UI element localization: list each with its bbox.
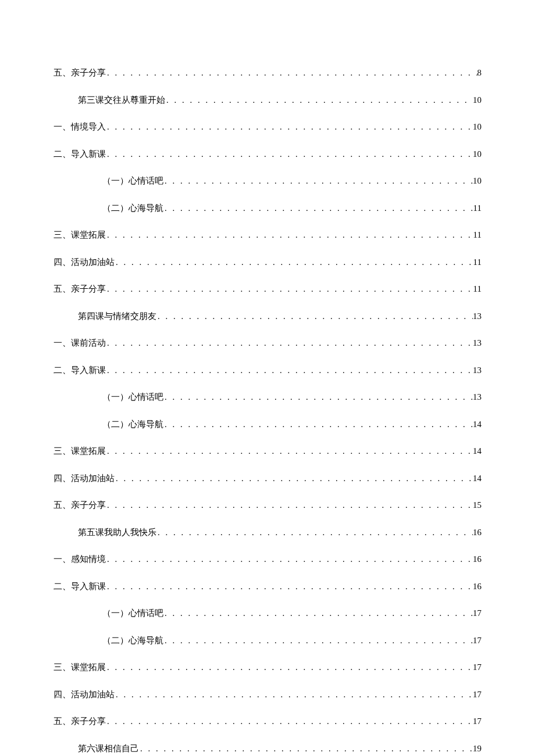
toc-entry-page: 16 bbox=[473, 581, 482, 593]
toc-entry-label: 二、导入新课 bbox=[54, 581, 106, 593]
toc-entry: 第六课相信自己. . . . . . . . . . . . . . . . .… bbox=[54, 743, 482, 755]
toc-entry-page: 14 bbox=[473, 445, 482, 457]
toc-entry-label: 五、亲子分享 bbox=[54, 715, 106, 728]
toc-entry-page: 17 bbox=[473, 715, 482, 728]
toc-entry: 二、导入新课. . . . . . . . . . . . . . . . . … bbox=[54, 581, 482, 593]
toc-entry: 二、导入新课. . . . . . . . . . . . . . . . . … bbox=[54, 364, 482, 377]
toc-entry: （一）心情话吧. . . . . . . . . . . . . . . . .… bbox=[54, 175, 482, 187]
toc-leader-dots: . . . . . . . . . . . . . . . . . . . . … bbox=[106, 364, 473, 377]
toc-leader-dots: . . . . . . . . . . . . . . . . . . . . … bbox=[139, 743, 473, 755]
toc-entry-label: 五、亲子分享 bbox=[54, 67, 106, 79]
toc-leader-dots: . . . . . . . . . . . . . . . . . . . . … bbox=[106, 67, 477, 79]
toc-leader-dots: . . . . . . . . . . . . . . . . . . . . … bbox=[106, 283, 473, 295]
toc-entry: 第四课与情绪交朋友. . . . . . . . . . . . . . . .… bbox=[54, 310, 482, 323]
toc-entry-page: 11 bbox=[473, 256, 482, 268]
toc-entry: （二）心海导航. . . . . . . . . . . . . . . . .… bbox=[54, 418, 482, 431]
toc-entry-label: （二）心海导航 bbox=[102, 202, 163, 214]
table-of-contents: 五、亲子分享. . . . . . . . . . . . . . . . . … bbox=[54, 67, 482, 756]
toc-entry: 第三课交往从尊重开始. . . . . . . . . . . . . . . … bbox=[54, 94, 482, 106]
toc-entry: 五、亲子分享. . . . . . . . . . . . . . . . . … bbox=[54, 715, 482, 728]
toc-entry: 二、导入新课. . . . . . . . . . . . . . . . . … bbox=[54, 148, 482, 160]
toc-entry-label: （二）心海导航 bbox=[102, 418, 163, 431]
toc-entry-page: 13 bbox=[473, 391, 482, 403]
toc-entry-page: 19 bbox=[473, 743, 482, 755]
toc-entry-page: 17 bbox=[473, 607, 482, 619]
toc-leader-dots: . . . . . . . . . . . . . . . . . . . . … bbox=[106, 445, 473, 457]
toc-entry-page: 17 bbox=[473, 689, 482, 701]
toc-entry-page: 10 bbox=[473, 121, 482, 133]
toc-entry: 五、亲子分享. . . . . . . . . . . . . . . . . … bbox=[54, 67, 482, 79]
toc-entry-label: （二）心海导航 bbox=[102, 635, 163, 647]
toc-entry-label: 一、情境导入 bbox=[54, 121, 106, 133]
toc-entry-page: 17 bbox=[473, 661, 482, 673]
toc-entry-label: （一）心情话吧 bbox=[102, 391, 163, 403]
toc-entry-page: 17 bbox=[473, 635, 482, 647]
toc-entry: 一、感知情境. . . . . . . . . . . . . . . . . … bbox=[54, 553, 482, 565]
toc-leader-dots: . . . . . . . . . . . . . . . . . . . . … bbox=[106, 337, 473, 349]
toc-entry-page: 15 bbox=[473, 499, 482, 511]
toc-entry-label: 四、活动加油站 bbox=[54, 472, 115, 485]
toc-entry: （一）心情话吧. . . . . . . . . . . . . . . . .… bbox=[54, 607, 482, 619]
toc-leader-dots: . . . . . . . . . . . . . . . . . . . . … bbox=[163, 202, 473, 214]
toc-entry-label: 第三课交往从尊重开始 bbox=[78, 94, 165, 106]
toc-entry-page: 13 bbox=[473, 310, 482, 323]
toc-entry-label: 二、导入新课 bbox=[54, 364, 106, 377]
toc-entry-label: （一）心情话吧 bbox=[102, 607, 163, 619]
toc-entry-page: 16 bbox=[473, 553, 482, 565]
toc-entry: 第五课我助人我快乐. . . . . . . . . . . . . . . .… bbox=[54, 526, 482, 539]
toc-leader-dots: . . . . . . . . . . . . . . . . . . . . … bbox=[156, 310, 473, 323]
toc-entry: 一、课前活动. . . . . . . . . . . . . . . . . … bbox=[54, 337, 482, 349]
toc-entry-page: 10 bbox=[473, 175, 482, 187]
toc-leader-dots: . . . . . . . . . . . . . . . . . . . . … bbox=[163, 635, 473, 647]
toc-leader-dots: . . . . . . . . . . . . . . . . . . . . … bbox=[106, 148, 473, 160]
toc-leader-dots: . . . . . . . . . . . . . . . . . . . . … bbox=[106, 499, 473, 511]
toc-entry: 四、活动加油站. . . . . . . . . . . . . . . . .… bbox=[54, 689, 482, 701]
toc-entry-label: 二、导入新课 bbox=[54, 148, 106, 160]
toc-entry-label: 第四课与情绪交朋友 bbox=[78, 310, 156, 323]
toc-entry: 一、情境导入. . . . . . . . . . . . . . . . . … bbox=[54, 121, 482, 133]
toc-entry: 五、亲子分享. . . . . . . . . . . . . . . . . … bbox=[54, 499, 482, 511]
toc-entry-label: （一）心情话吧 bbox=[102, 175, 163, 187]
toc-entry-page: 10 bbox=[473, 148, 482, 160]
toc-entry: （二）心海导航. . . . . . . . . . . . . . . . .… bbox=[54, 635, 482, 647]
toc-leader-dots: . . . . . . . . . . . . . . . . . . . . … bbox=[163, 418, 473, 431]
toc-entry-label: 四、活动加油站 bbox=[54, 689, 115, 701]
toc-entry: 五、亲子分享. . . . . . . . . . . . . . . . . … bbox=[54, 283, 482, 295]
toc-entry: 四、活动加油站. . . . . . . . . . . . . . . . .… bbox=[54, 256, 482, 268]
toc-entry-label: 三、课堂拓展 bbox=[54, 661, 106, 673]
toc-entry-label: 四、活动加油站 bbox=[54, 256, 115, 268]
toc-entry-label: 五、亲子分享 bbox=[54, 499, 106, 511]
toc-leader-dots: . . . . . . . . . . . . . . . . . . . . … bbox=[165, 94, 473, 106]
toc-leader-dots: . . . . . . . . . . . . . . . . . . . . … bbox=[106, 581, 473, 593]
toc-entry-page: 11 bbox=[473, 202, 482, 214]
toc-entry-page: 8 bbox=[477, 67, 482, 79]
toc-leader-dots: . . . . . . . . . . . . . . . . . . . . … bbox=[115, 689, 473, 701]
toc-leader-dots: . . . . . . . . . . . . . . . . . . . . … bbox=[156, 526, 473, 539]
toc-leader-dots: . . . . . . . . . . . . . . . . . . . . … bbox=[106, 715, 473, 728]
toc-entry-page: 13 bbox=[473, 364, 482, 377]
toc-entry-label: 第六课相信自己 bbox=[78, 743, 139, 755]
toc-entry-label: 三、课堂拓展 bbox=[54, 229, 106, 241]
toc-leader-dots: . . . . . . . . . . . . . . . . . . . . … bbox=[106, 229, 473, 241]
toc-leader-dots: . . . . . . . . . . . . . . . . . . . . … bbox=[163, 391, 473, 403]
toc-entry-label: 第五课我助人我快乐 bbox=[78, 526, 156, 539]
toc-leader-dots: . . . . . . . . . . . . . . . . . . . . … bbox=[115, 472, 473, 485]
toc-entry-page: 11 bbox=[473, 283, 482, 295]
toc-entry: （二）心海导航. . . . . . . . . . . . . . . . .… bbox=[54, 202, 482, 214]
toc-entry: 三、课堂拓展. . . . . . . . . . . . . . . . . … bbox=[54, 445, 482, 457]
toc-entry: （一）心情话吧. . . . . . . . . . . . . . . . .… bbox=[54, 391, 482, 403]
toc-entry-page: 13 bbox=[473, 337, 482, 349]
toc-entry-label: 五、亲子分享 bbox=[54, 283, 106, 295]
toc-leader-dots: . . . . . . . . . . . . . . . . . . . . … bbox=[163, 607, 473, 619]
toc-leader-dots: . . . . . . . . . . . . . . . . . . . . … bbox=[106, 553, 473, 565]
toc-entry-page: 11 bbox=[473, 229, 482, 241]
toc-entry-page: 16 bbox=[473, 526, 482, 539]
toc-leader-dots: . . . . . . . . . . . . . . . . . . . . … bbox=[115, 256, 473, 268]
toc-entry-label: 一、感知情境 bbox=[54, 553, 106, 565]
toc-entry-page: 14 bbox=[473, 472, 482, 485]
toc-entry: 三、课堂拓展. . . . . . . . . . . . . . . . . … bbox=[54, 661, 482, 673]
toc-entry-page: 10 bbox=[473, 94, 482, 106]
toc-leader-dots: . . . . . . . . . . . . . . . . . . . . … bbox=[163, 175, 473, 187]
toc-entry: 三、课堂拓展. . . . . . . . . . . . . . . . . … bbox=[54, 229, 482, 241]
toc-entry-label: 三、课堂拓展 bbox=[54, 445, 106, 457]
